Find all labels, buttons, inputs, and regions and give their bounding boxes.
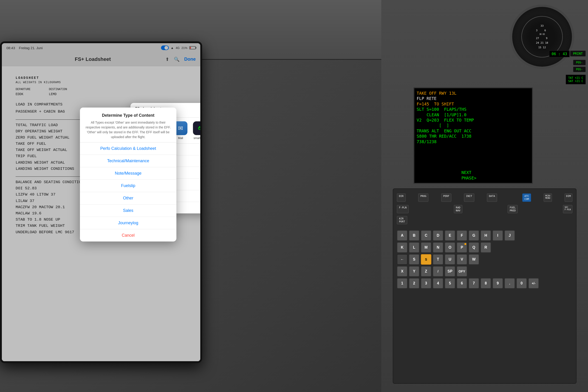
smartofp-label: smartOFP [194, 136, 200, 140]
mail-label: Mail [178, 136, 183, 140]
display-line-11: NEXT [417, 170, 530, 175]
option-note[interactable]: Note/Message [80, 167, 176, 180]
display-line-5: CLEAN [1/UP]1.0 [417, 112, 530, 118]
display-line-10: 738/1238 [417, 139, 530, 144]
display-line-8: TRANS ALT ENG OUT ACC [417, 128, 530, 134]
display-line-4: SLT S=100 FLAPS/THS [417, 106, 530, 112]
tat-sat-display: TAT +21 C SAT +21 C [566, 75, 586, 84]
display-line-12: PHASE> [417, 175, 530, 180]
display-line-1: TAKE OFF RWY 13L [417, 90, 530, 96]
share-app-smartofp[interactable]: ⏱ smartOFP [193, 121, 200, 140]
time-display: 06 : 43 [549, 50, 570, 57]
option-tech[interactable]: Technical/Maintenance [80, 155, 176, 167]
option-perfo[interactable]: Perfo Calculation & Loadsheet [80, 142, 176, 155]
display-line-7: [ ] [417, 123, 530, 128]
ipad-screen: 08:43 Freitag 21. Juni ▲ 4G 21% [2, 43, 200, 361]
cockpit-right-panel: 33 36 30 03 279 24 21 18 15 12 TAKE OFF … [381, 0, 588, 392]
ipad-device: 08:43 Freitag 21. Juni ▲ 4G 21% [0, 41, 202, 363]
cancel-button[interactable]: Cancel [80, 229, 176, 242]
display-line-9: S800 THR RED/ACC 1738 [417, 134, 530, 139]
dialog-title: Determine Type of Content [85, 113, 171, 118]
mcdu-keyboard: DIR PROG PERF INIT DATA ATCCOM MCDUMENU … [393, 188, 577, 384]
dialog-description: All Types except 'Other' are sent immedi… [85, 120, 171, 140]
altimeter-instrument: 33 36 30 03 279 24 21 18 15 12 [510, 4, 574, 69]
pos-display1: POS- [573, 60, 586, 65]
smartofp-icon: ⏱ [193, 121, 200, 135]
dialog-header: Determine Type of Content All Types exce… [80, 108, 176, 142]
display-line-6: V2 Q=203 FLEX TO TEMP [417, 118, 530, 123]
option-other[interactable]: Other [80, 192, 176, 204]
display-line-3: F=145 TO SHIFT [417, 101, 530, 106]
option-journeylog[interactable]: Journeylog [80, 217, 176, 229]
option-fuelslip[interactable]: Fuelslip [80, 180, 176, 192]
print-display: PRINT [570, 50, 586, 56]
content-type-dialog: Determine Type of Content All Types exce… [80, 108, 176, 242]
display-line-2: FLP RETE [417, 96, 530, 101]
option-sales[interactable]: Sales [80, 204, 176, 217]
fms-display: TAKE OFF RWY 13L FLP RETE F=145 TO SHIFT… [413, 87, 533, 184]
pos-display2: POS- [573, 67, 586, 72]
